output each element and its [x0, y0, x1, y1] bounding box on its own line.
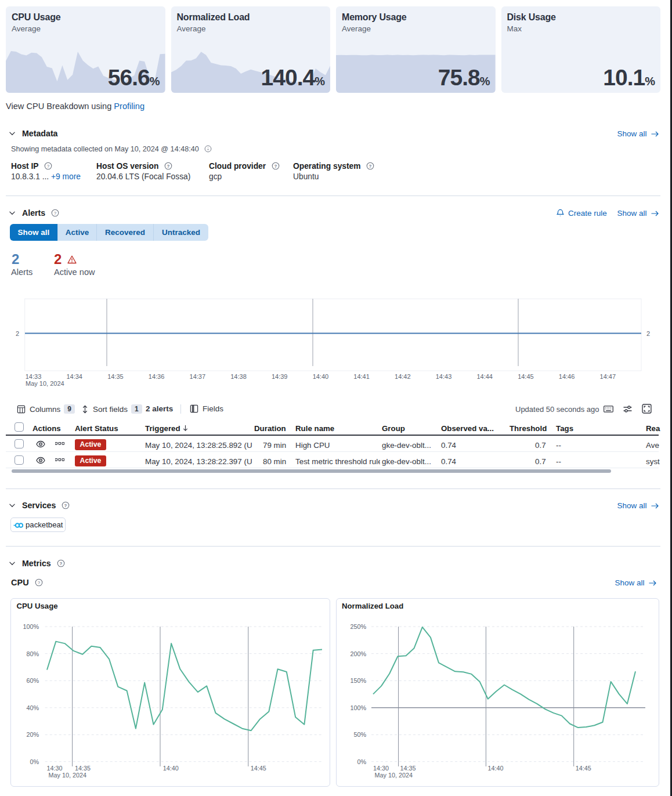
- svg-text:14:35: 14:35: [75, 765, 91, 772]
- svg-text:50%: 50%: [353, 731, 366, 738]
- svg-text:14:30: 14:30: [47, 765, 63, 772]
- svg-text:20%: 20%: [26, 731, 39, 738]
- svg-text:200%: 200%: [350, 650, 366, 657]
- svg-text:?: ?: [167, 164, 170, 169]
- svg-text:0%: 0%: [357, 758, 366, 765]
- svg-text:?: ?: [47, 164, 50, 169]
- svg-text:0%: 0%: [30, 758, 39, 765]
- svg-text:?: ?: [369, 164, 372, 169]
- svg-text:May 10, 2024: May 10, 2024: [49, 772, 86, 779]
- svg-text:May 10, 2024: May 10, 2024: [375, 772, 413, 779]
- svg-text:100%: 100%: [350, 704, 366, 711]
- svg-text:80%: 80%: [26, 650, 39, 657]
- svg-text:2: 2: [646, 330, 650, 337]
- svg-text:14:35: 14:35: [400, 765, 416, 772]
- svg-text:250%: 250%: [350, 623, 366, 630]
- svg-text:14:45: 14:45: [251, 765, 266, 772]
- svg-text:?: ?: [59, 561, 62, 566]
- svg-text:60%: 60%: [26, 677, 39, 684]
- svg-text:14:45: 14:45: [576, 765, 591, 772]
- svg-text:14:40: 14:40: [163, 765, 179, 772]
- svg-text:40%: 40%: [26, 704, 39, 711]
- svg-text:100%: 100%: [23, 623, 39, 630]
- svg-text:?: ?: [54, 211, 57, 216]
- svg-text:?: ?: [274, 164, 277, 169]
- svg-text:150%: 150%: [350, 677, 366, 684]
- svg-text:14:40: 14:40: [487, 765, 503, 772]
- svg-text:2: 2: [16, 330, 19, 337]
- svg-text:?: ?: [37, 580, 40, 585]
- svg-text:14:30: 14:30: [373, 765, 389, 772]
- svg-text:?: ?: [64, 503, 67, 508]
